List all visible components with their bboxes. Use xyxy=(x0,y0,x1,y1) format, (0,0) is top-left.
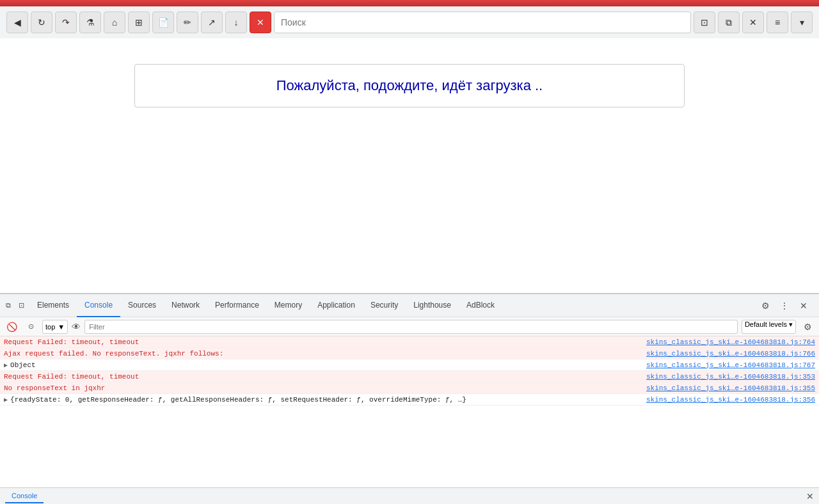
more-button[interactable]: ▾ xyxy=(791,12,813,33)
close-tab-button[interactable]: ✕ xyxy=(742,12,764,33)
tab-performance[interactable]: Performance xyxy=(207,294,267,317)
tab-security[interactable]: Security xyxy=(363,294,406,317)
browser-toolbar: ◀ ↻ ↷ ⚗ ⌂ ⊞ 📄 ✏ ↗ ↓ ✕ ⊡ ⧉ ✕ ≡ ▾ xyxy=(0,6,819,38)
devtools-settings: ⚙ ⋮ ✕ xyxy=(758,298,816,313)
pencil-button[interactable]: ✏ xyxy=(177,12,198,33)
bottom-close-button[interactable]: ✕ xyxy=(806,491,814,501)
close-devtools-icon[interactable]: ✕ xyxy=(796,298,811,313)
console-settings-icon[interactable]: ⚙ xyxy=(800,319,815,335)
tab-sources[interactable]: Sources xyxy=(120,294,164,317)
console-message-5: No responseText in jqxhr xyxy=(4,384,646,392)
delete-button[interactable]: ✕ xyxy=(250,12,271,33)
console-link-1[interactable]: skins_classic_js_ski…e-1604683818.js:764 xyxy=(646,338,815,346)
inspect-icon[interactable]: ⊡ xyxy=(15,300,27,311)
tab-lighthouse[interactable]: Lighthouse xyxy=(406,294,459,317)
expand-arrow-3: ▶ xyxy=(4,361,8,369)
console-message-1: Request Failed: timeout, timeout xyxy=(4,338,646,346)
filter-input[interactable] xyxy=(84,320,738,334)
devtools-tabs-bar: ⧉ ⊡ Elements Console Sources Network Per… xyxy=(0,294,819,317)
tab-adblock[interactable]: AdBlock xyxy=(459,294,502,317)
console-row-3[interactable]: ▶ Object skins_classic_js_ski…e-16046838… xyxy=(0,359,819,371)
console-link-2[interactable]: skins_classic_js_ski…e-1604683818.js:766 xyxy=(646,350,815,358)
page-content: Пожалуйста, подождите, идёт загрузка .. xyxy=(0,38,819,313)
download-button[interactable]: ↓ xyxy=(225,12,247,33)
eye-icon[interactable]: 👁 xyxy=(72,322,81,332)
search-input[interactable] xyxy=(274,12,691,33)
bottom-console-bar: Console ✕ xyxy=(0,487,819,504)
console-message-2: Ajax request failed. No responseText. jq… xyxy=(4,350,646,358)
settings-icon[interactable]: ⚙ xyxy=(758,298,773,313)
console-link-6[interactable]: skins_classic_js_ski…e-1604683818.js:356 xyxy=(646,396,815,404)
console-row-1: Request Failed: timeout, timeout skins_c… xyxy=(0,336,819,348)
console-row-4: Request Failed: timeout, timeout skins_c… xyxy=(0,371,819,382)
screen-button[interactable]: ⧉ xyxy=(718,12,740,33)
more-options-icon[interactable]: ⋮ xyxy=(777,298,792,313)
console-message-3: Object xyxy=(10,361,646,369)
refresh-button[interactable]: ↻ xyxy=(31,12,52,33)
console-row-5: No responseText in jqxhr skins_classic_j… xyxy=(0,382,819,394)
bookmark-button[interactable]: ⊡ xyxy=(694,12,715,33)
browser-top-bar xyxy=(0,0,819,6)
levels-select[interactable]: Default levels ▾ xyxy=(742,320,796,334)
devtools-panel: ⧉ ⊡ Elements Console Sources Network Per… xyxy=(0,293,819,504)
external-button[interactable]: ↗ xyxy=(201,12,223,33)
console-link-3[interactable]: skins_classic_js_ski…e-1604683818.js:767 xyxy=(646,361,815,369)
filter-button[interactable]: ⚗ xyxy=(79,12,101,33)
grid-button[interactable]: ⊞ xyxy=(128,12,150,33)
console-row-2: Ajax request failed. No responseText. jq… xyxy=(0,348,819,359)
list-button[interactable]: ≡ xyxy=(767,12,788,33)
console-message-6: {readyState: 0, getResponseHeader: ƒ, ge… xyxy=(10,396,646,404)
file-button[interactable]: 📄 xyxy=(152,12,174,33)
bottom-tab-console[interactable]: Console xyxy=(5,489,44,503)
console-content: Request Failed: timeout, timeout skins_c… xyxy=(0,336,819,487)
console-link-4[interactable]: skins_classic_js_ski…e-1604683818.js:353 xyxy=(646,373,815,381)
levels-label: Default levels xyxy=(745,320,787,328)
console-settings-icon-left[interactable]: ⊙ xyxy=(23,319,38,335)
console-message-4: Request Failed: timeout, timeout xyxy=(4,373,646,381)
tab-application[interactable]: Application xyxy=(310,294,363,317)
back-button[interactable]: ◀ xyxy=(6,12,28,33)
console-row-6[interactable]: ▶ {readyState: 0, getResponseHeader: ƒ, … xyxy=(0,394,819,406)
forward-button[interactable]: ↷ xyxy=(55,12,77,33)
dock-icon[interactable]: ⧉ xyxy=(3,300,14,311)
tab-memory[interactable]: Memory xyxy=(267,294,310,317)
context-select[interactable]: top ▼ xyxy=(42,320,68,334)
console-toolbar: 🚫 ⊙ top ▼ 👁 Default levels ▾ ⚙ xyxy=(0,317,819,336)
tab-network[interactable]: Network xyxy=(164,294,207,317)
toolbar-right: ⊡ ⧉ ✕ ≡ ▾ xyxy=(694,12,813,33)
expand-arrow-6: ▶ xyxy=(4,396,8,404)
context-dropdown-arrow: ▼ xyxy=(58,323,65,331)
loading-text: Пожалуйста, подождите, идёт загрузка .. xyxy=(276,77,543,93)
clear-console-icon[interactable]: 🚫 xyxy=(4,319,19,335)
levels-arrow: ▾ xyxy=(789,320,793,328)
tab-console[interactable]: Console xyxy=(77,294,120,317)
context-value: top xyxy=(45,323,55,331)
home-button[interactable]: ⌂ xyxy=(104,12,125,33)
devtools-left-icons: ⧉ ⊡ xyxy=(3,300,27,311)
loading-box: Пожалуйста, подождите, идёт загрузка .. xyxy=(134,64,685,107)
tab-elements[interactable]: Elements xyxy=(29,294,77,317)
console-link-5[interactable]: skins_classic_js_ski…e-1604683818.js:355 xyxy=(646,384,815,392)
